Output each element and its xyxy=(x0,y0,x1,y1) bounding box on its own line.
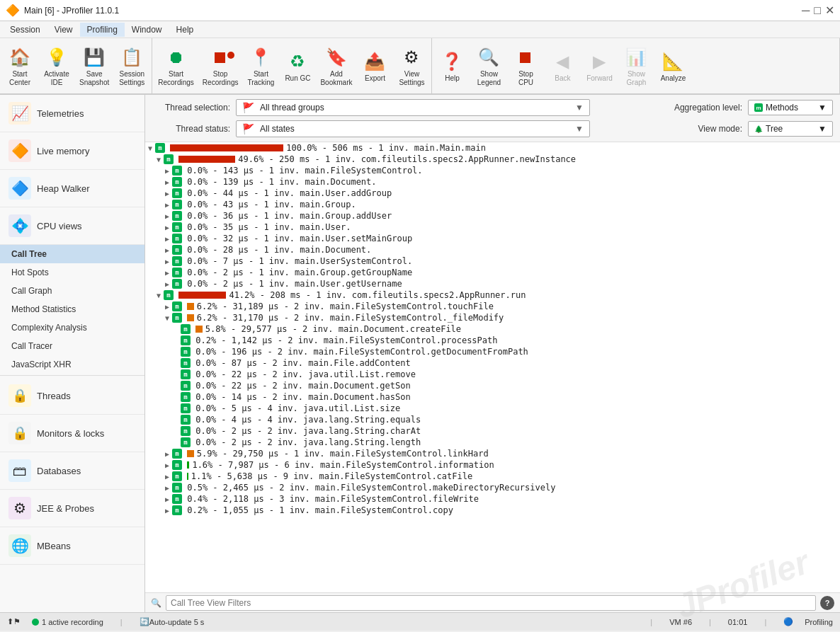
start-recordings-button[interactable]: ⏺ StartRecordings xyxy=(154,41,198,92)
sidebar-item-complexity-analysis[interactable]: Complexity Analysis xyxy=(0,318,144,337)
tree-row[interactable]: ▶m 6.2% - 31,189 μs - 2 inv. main.FileSy… xyxy=(145,301,840,312)
add-bookmark-button[interactable]: 🔖 AddBookmark xyxy=(316,41,356,92)
menu-view[interactable]: View xyxy=(47,23,80,37)
expand-icon[interactable]: ▶ xyxy=(162,166,172,176)
tree-row[interactable]: m 0.0% - 5 μs - 4 inv. java.util.List.si… xyxy=(145,403,840,414)
start-tracking-button[interactable]: 📍 StartTracking xyxy=(242,41,279,92)
stop-cpu-button[interactable]: ⏹ StopCPU xyxy=(507,41,544,92)
stop-recordings-button[interactable]: ⏹ StopRecordings xyxy=(198,41,243,92)
tree-row[interactable]: ▶m 0.0% - 36 μs - 1 inv. main.Group.addU… xyxy=(145,210,840,222)
tree-row[interactable]: m 0.0% - 196 μs - 2 inv. main.FileSystem… xyxy=(145,346,840,357)
sidebar-item-live-memory[interactable]: 🔶 Live memory xyxy=(0,132,144,170)
tree-row[interactable]: ▶m 0.4% - 2,118 μs - 3 inv. main.FileSys… xyxy=(145,493,840,505)
sidebar-item-call-graph[interactable]: Call Graph xyxy=(0,282,144,300)
expand-icon[interactable]: ▶ xyxy=(162,177,172,187)
start-center-button[interactable]: 🏠 StartCenter xyxy=(1,41,38,92)
view-settings-button[interactable]: ⚙ ViewSettings xyxy=(393,41,430,92)
thread-selection-dropdown[interactable]: 🚩 All thread groups ▼ xyxy=(236,99,590,116)
tree-row[interactable]: ▼m 100.0% - 506 ms - 1 inv. main.Main.ma… xyxy=(145,142,840,154)
tree-row[interactable]: m 0.2% - 1,142 μs - 2 inv. main.FileSyst… xyxy=(145,335,840,346)
sidebar-item-databases[interactable]: 🗃 Databases xyxy=(0,452,144,490)
tree-row[interactable]: ▶m 0.0% - 143 μs - 1 inv. main.FileSyste… xyxy=(145,165,840,176)
help-button[interactable]: ❓ Help xyxy=(433,41,470,92)
collapse-icon[interactable]: ▼ xyxy=(162,313,172,323)
view-mode-dropdown[interactable]: 🌲 Tree ▼ xyxy=(748,121,833,137)
tree-row[interactable]: m 0.0% - 2 μs - 2 inv. java.lang.String.… xyxy=(145,437,840,448)
tree-row[interactable]: ▶m 0.0% - 43 μs - 1 inv. main.Group. xyxy=(145,199,840,210)
close-button[interactable]: ✕ xyxy=(825,4,834,17)
analyze-button[interactable]: 📐 Analyze xyxy=(654,41,691,92)
expand-icon[interactable]: ▶ xyxy=(162,200,172,209)
menu-profiling[interactable]: Profiling xyxy=(80,23,125,37)
collapse-icon[interactable]: ▼ xyxy=(154,154,164,164)
menu-session[interactable]: Session xyxy=(3,23,47,37)
tree-row[interactable]: ▶m 1.6% - 7,987 μs - 6 inv. main.FileSys… xyxy=(145,459,840,471)
tree-row[interactable]: ▼m 49.6% - 250 ms - 1 inv. com.fileutils… xyxy=(145,154,840,165)
tree-row[interactable]: m 0.0% - 22 μs - 2 inv. main.Document.ge… xyxy=(145,380,840,391)
sidebar-item-heap-walker[interactable]: 🔷 Heap Walker xyxy=(0,170,144,207)
expand-icon[interactable]: ▶ xyxy=(162,505,172,515)
collapse-icon[interactable]: ▼ xyxy=(154,290,164,300)
tree-row[interactable]: m 0.0% - 87 μs - 2 inv. main.File.addCon… xyxy=(145,357,840,369)
expand-icon[interactable]: ▶ xyxy=(162,222,172,232)
sidebar-item-method-statistics[interactable]: Method Statistics xyxy=(0,300,144,318)
call-tree-view[interactable]: ▼m 100.0% - 506 ms - 1 inv. main.Main.ma… xyxy=(145,142,840,592)
sidebar-item-monitors-locks[interactable]: 🔒 Monitors & locks xyxy=(0,415,144,452)
tree-row[interactable]: m 5.8% - 29,577 μs - 2 inv. main.Documen… xyxy=(145,323,840,335)
tree-row[interactable]: m 0.0% - 2 μs - 2 inv. java.lang.String.… xyxy=(145,425,840,437)
back-button[interactable]: ◀ Back xyxy=(544,41,581,92)
tree-row[interactable]: ▶m 0.5% - 2,465 μs - 2 inv. main.FileSys… xyxy=(145,482,840,493)
activate-ide-button[interactable]: 💡 ActivateIDE xyxy=(38,41,75,92)
expand-icon[interactable]: ▶ xyxy=(162,471,172,481)
expand-icon[interactable]: ▶ xyxy=(162,449,172,459)
sidebar-item-call-tree[interactable]: Call Tree xyxy=(0,245,144,263)
sidebar-item-jee-probes[interactable]: ⚙ JEE & Probes xyxy=(0,490,144,527)
sidebar-item-mbeans[interactable]: 🌐 MBeans xyxy=(0,527,144,565)
tree-row[interactable]: m 0.0% - 22 μs - 2 inv. java.util.List.r… xyxy=(145,369,840,380)
tree-row[interactable]: m 0.0% - 4 μs - 4 inv. java.lang.String.… xyxy=(145,414,840,425)
session-settings-button[interactable]: 📋 SessionSettings xyxy=(113,41,150,92)
expand-icon[interactable]: ▶ xyxy=(162,460,172,470)
sidebar-item-threads[interactable]: 🔒 Threads xyxy=(0,377,144,415)
expand-icon[interactable]: ▶ xyxy=(162,234,172,243)
tree-row[interactable]: ▶m 0.0% - 35 μs - 1 inv. main.User. xyxy=(145,222,840,233)
aggregation-dropdown[interactable]: m Methods ▼ xyxy=(748,100,833,115)
expand-icon[interactable]: ▶ xyxy=(162,494,172,504)
sidebar-item-hot-spots[interactable]: Hot Spots xyxy=(0,263,144,282)
expand-icon[interactable]: ▶ xyxy=(162,279,172,289)
show-graph-button[interactable]: 📊 ShowGraph xyxy=(618,41,654,92)
maximize-button[interactable]: □ xyxy=(814,4,821,17)
menu-help[interactable]: Help xyxy=(169,23,201,37)
tree-row[interactable]: ▶m 0.0% - 44 μs - 1 inv. main.User.addGr… xyxy=(145,188,840,199)
tree-row[interactable]: ▶m 0.0% - 7 μs - 1 inv. main.UserSystemC… xyxy=(145,255,840,267)
tree-row[interactable]: ▶m 0.0% - 32 μs - 1 inv. main.User.setMa… xyxy=(145,233,840,244)
collapse-icon[interactable]: ▼ xyxy=(145,143,155,153)
filter-input[interactable] xyxy=(166,595,816,611)
expand-icon[interactable]: ▶ xyxy=(162,245,172,255)
thread-status-dropdown[interactable]: 🚩 All states ▼ xyxy=(236,120,590,137)
sidebar-item-telemetries[interactable]: 📈 Telemetries xyxy=(0,95,144,132)
tree-row[interactable]: ▶m 0.0% - 2 μs - 1 inv. main.User.getUse… xyxy=(145,278,840,289)
expand-icon[interactable]: ▶ xyxy=(162,188,172,198)
tree-row[interactable]: ▶m 5.9% - 29,750 μs - 1 inv. main.FileSy… xyxy=(145,448,840,459)
expand-icon[interactable]: ▶ xyxy=(162,301,172,311)
expand-icon[interactable]: ▶ xyxy=(162,268,172,277)
tree-row[interactable]: ▶m 0.2% - 1,055 μs - 1 inv. main.FileSys… xyxy=(145,505,840,516)
tree-row[interactable]: ▼m 6.2% - 31,170 μs - 2 inv. main.FileSy… xyxy=(145,312,840,323)
show-legend-button[interactable]: 🔍 ShowLegend xyxy=(470,41,507,92)
tree-row[interactable]: m 0.0% - 14 μs - 2 inv. main.Document.ha… xyxy=(145,391,840,403)
export-button[interactable]: 📤 Export xyxy=(356,41,393,92)
tree-row[interactable]: ▶m 0.0% - 2 μs - 1 inv. main.Group.getGr… xyxy=(145,267,840,278)
sidebar-item-cpu-views[interactable]: 💠 CPU views xyxy=(0,207,144,245)
minimize-button[interactable]: ─ xyxy=(802,4,810,17)
filter-help-button[interactable]: ? xyxy=(820,596,834,610)
expand-icon[interactable]: ▶ xyxy=(162,256,172,266)
sidebar-item-javascript-xhr[interactable]: JavaScript XHR xyxy=(0,355,144,374)
save-snapshot-button[interactable]: 💾 SaveSnapshot xyxy=(75,41,113,92)
menu-window[interactable]: Window xyxy=(125,23,169,37)
expand-icon[interactable]: ▶ xyxy=(162,211,172,221)
expand-icon[interactable]: ▶ xyxy=(162,483,172,493)
run-gc-button[interactable]: ♻ Run GC xyxy=(279,41,316,92)
tree-row[interactable]: ▶m 0.0% - 28 μs - 1 inv. main.Document. xyxy=(145,244,840,255)
forward-button[interactable]: ▶ Forward xyxy=(581,41,618,92)
